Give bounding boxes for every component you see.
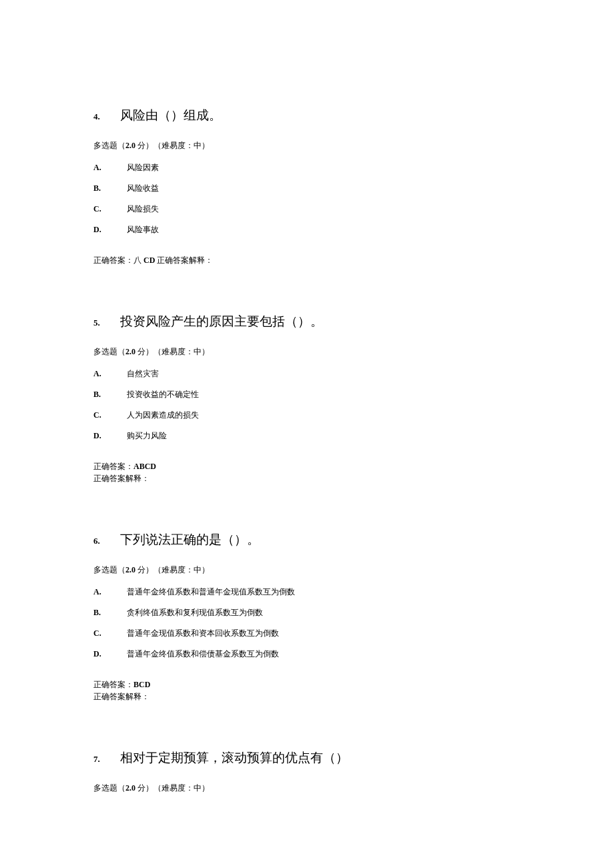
options-list: A. 自然灾害 B. 投资收益的不确定性 C. 人为因素造成的损失 D. 购买力… — [93, 368, 521, 442]
answer-value: ABCD — [133, 462, 156, 471]
option-text: 风险事故 — [127, 224, 159, 236]
question-7: 7. 相对于定期预算，滚动预算的优点有（） 多选题（2.0 分）（难易度：中） — [93, 749, 521, 794]
option-b: B. 贪利终值系数和复利现值系数互为倒数 — [93, 607, 521, 618]
meta-difficulty: （难易度：中） — [154, 783, 210, 793]
question-number: 7. — [93, 754, 100, 765]
meta-prefix: 多选题（ — [93, 347, 125, 356]
question-title: 6. 下列说法正确的是（）。 — [93, 531, 521, 548]
option-letter: A. — [93, 163, 127, 173]
answer-label: 正确答案： — [93, 680, 133, 689]
option-letter: D. — [93, 225, 127, 235]
meta-score-suffix: 分） — [135, 783, 154, 793]
meta-score: 2.0 — [125, 783, 135, 793]
answer-block: 正确答案：八 CD 正确答案解释： — [93, 254, 521, 266]
answer-block: 正确答案：BCD 正确答案解释： — [93, 679, 521, 703]
question-meta: 多选题（2.0 分）（难易度：中） — [93, 564, 521, 576]
option-text: 自然灾害 — [127, 368, 159, 380]
meta-prefix: 多选题（ — [93, 565, 125, 574]
meta-score-suffix: 分） — [135, 141, 154, 150]
option-text: 投资收益的不确定性 — [127, 389, 199, 400]
option-text: 普通年金现值系数和资本回收系数互为倒数 — [127, 628, 279, 639]
option-letter: C. — [93, 204, 127, 214]
option-text: 风险损失 — [127, 203, 159, 215]
option-c: C. 人为因素造成的损失 — [93, 410, 521, 421]
option-letter: A. — [93, 587, 127, 597]
option-letter: B. — [93, 183, 127, 193]
option-text: 贪利终值系数和复利现值系数互为倒数 — [127, 607, 263, 618]
question-number: 5. — [93, 318, 100, 328]
question-6: 6. 下列说法正确的是（）。 多选题（2.0 分）（难易度：中） A. 普通年金… — [93, 531, 521, 703]
meta-difficulty: （难易度：中） — [154, 141, 210, 150]
answer-explain-label: 正确答案解释： — [93, 472, 521, 484]
option-b: B. 投资收益的不确定性 — [93, 389, 521, 400]
option-text: 风险收益 — [127, 183, 159, 194]
option-letter: C. — [93, 628, 127, 638]
meta-prefix: 多选题（ — [93, 783, 125, 793]
options-list: A. 风险因素 B. 风险收益 C. 风险损失 D. 风险事故 — [93, 162, 521, 236]
option-b: B. 风险收益 — [93, 183, 521, 194]
answer-value-prefix: 八 — [133, 256, 143, 265]
answer-value: BCD — [133, 680, 150, 689]
option-a: A. 普通年金终值系数和普通年金现值系数互为倒数 — [93, 586, 521, 598]
option-d: D. 普通年金终值系数和偿债基金系数互为倒数 — [93, 648, 521, 660]
option-c: C. 普通年金现值系数和资本回收系数互为倒数 — [93, 628, 521, 639]
answer-explain-label: 正确答案解释： — [93, 691, 521, 703]
question-text: 风险由（）组成。 — [120, 107, 222, 124]
meta-difficulty: （难易度：中） — [154, 565, 210, 574]
answer-explain-label: 正确答案解释： — [155, 256, 213, 265]
question-meta: 多选题（2.0 分）（难易度：中） — [93, 140, 521, 151]
option-d: D. 购买力风险 — [93, 430, 521, 442]
question-number: 4. — [93, 111, 100, 122]
question-meta: 多选题（2.0 分）（难易度：中） — [93, 346, 521, 358]
question-4: 4. 风险由（）组成。 多选题（2.0 分）（难易度：中） A. 风险因素 B.… — [93, 107, 521, 266]
answer-label: 正确答案： — [93, 462, 133, 471]
meta-score: 2.0 — [125, 347, 135, 356]
answer-block: 正确答案：ABCD 正确答案解释： — [93, 460, 521, 484]
meta-difficulty: （难易度：中） — [154, 347, 210, 356]
question-title: 4. 风险由（）组成。 — [93, 107, 521, 124]
option-letter: B. — [93, 608, 127, 618]
option-a: A. 自然灾害 — [93, 368, 521, 380]
option-text: 购买力风险 — [127, 430, 167, 442]
question-title: 7. 相对于定期预算，滚动预算的优点有（） — [93, 749, 521, 767]
question-5: 5. 投资风险产生的原因主要包括（）。 多选题（2.0 分）（难易度：中） A.… — [93, 313, 521, 484]
question-text: 投资风险产生的原因主要包括（）。 — [120, 313, 323, 330]
question-text: 下列说法正确的是（）。 — [120, 531, 260, 548]
meta-prefix: 多选题（ — [93, 141, 125, 150]
meta-score-suffix: 分） — [135, 565, 154, 574]
option-letter: C. — [93, 410, 127, 420]
option-letter: A. — [93, 369, 127, 379]
meta-score-suffix: 分） — [135, 347, 154, 356]
option-text: 风险因素 — [127, 162, 159, 173]
option-text: 人为因素造成的损失 — [127, 410, 199, 421]
meta-score: 2.0 — [125, 141, 135, 150]
option-letter: B. — [93, 390, 127, 400]
answer-value: CD — [143, 256, 155, 265]
option-d: D. 风险事故 — [93, 224, 521, 236]
answer-label: 正确答案： — [93, 256, 133, 265]
question-meta: 多选题（2.0 分）（难易度：中） — [93, 783, 521, 794]
option-c: C. 风险损失 — [93, 203, 521, 215]
meta-score: 2.0 — [125, 565, 135, 574]
option-text: 普通年金终值系数和偿债基金系数互为倒数 — [127, 648, 279, 660]
option-letter: D. — [93, 431, 127, 441]
question-number: 6. — [93, 536, 100, 546]
options-list: A. 普通年金终值系数和普通年金现值系数互为倒数 B. 贪利终值系数和复利现值系… — [93, 586, 521, 660]
option-text: 普通年金终值系数和普通年金现值系数互为倒数 — [127, 586, 295, 598]
option-letter: D. — [93, 649, 127, 659]
question-title: 5. 投资风险产生的原因主要包括（）。 — [93, 313, 521, 330]
question-text: 相对于定期预算，滚动预算的优点有（） — [120, 749, 348, 767]
option-a: A. 风险因素 — [93, 162, 521, 173]
